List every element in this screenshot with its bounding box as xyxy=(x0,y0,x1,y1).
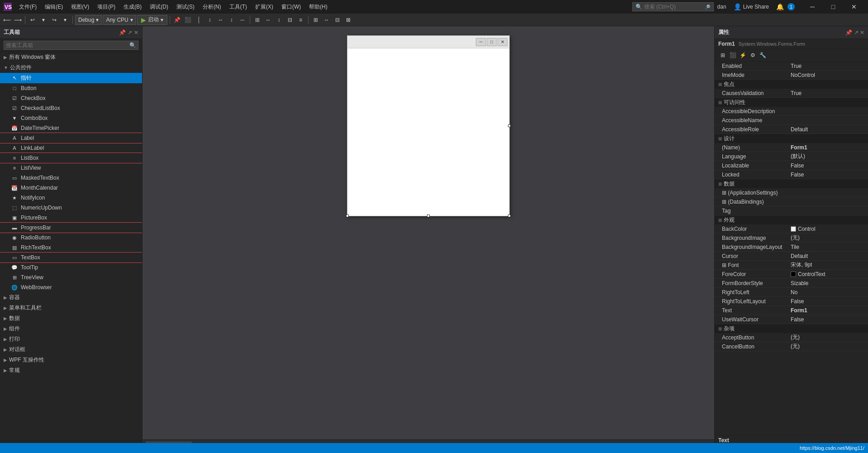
tool11[interactable]: ≡ xyxy=(296,15,306,25)
tool5[interactable]: ↕ xyxy=(227,15,237,25)
redo-btn[interactable]: ↪ xyxy=(49,15,59,25)
toolbox-item-1-14[interactable]: ▣PictureBox xyxy=(0,213,142,223)
menu-item-8[interactable]: 工具(T) xyxy=(226,2,251,12)
tool14[interactable]: ⊟ xyxy=(332,15,342,25)
prop-tool-wrench[interactable]: 🔧 xyxy=(758,51,767,60)
toolbox-item-1-7[interactable]: ALinkLabel xyxy=(0,143,142,153)
toolbox-item-1-0[interactable]: ↖指针 xyxy=(0,73,142,83)
tool8[interactable]: ↔ xyxy=(263,15,273,25)
prop-row-27[interactable]: TextForm1 xyxy=(715,306,868,315)
tool3[interactable]: ↕ xyxy=(205,15,215,25)
tool4[interactable]: ↔ xyxy=(216,15,226,25)
toolbox-item-1-21[interactable]: 🌐WebBrowser xyxy=(0,282,142,292)
tool15[interactable]: ⊠ xyxy=(343,15,353,25)
prop-tool-settings[interactable]: ⚙ xyxy=(748,51,757,60)
prop-row-5[interactable]: AccessibleDescription xyxy=(715,107,868,116)
prop-row-28[interactable]: UseWaitCursorFalse xyxy=(715,315,868,324)
forward-btn[interactable]: ⟶ xyxy=(13,15,23,25)
toolbox-item-1-16[interactable]: ◉RadioButton xyxy=(0,233,142,243)
prop-row-20[interactable]: BackgroundImageLayoutTile xyxy=(715,243,868,252)
toolbox-item-1-13[interactable]: ⬚NumericUpDown xyxy=(0,203,142,213)
toolbox-section-header-0[interactable]: ▶所有 Windows 窗体 xyxy=(0,52,142,62)
pin-btn[interactable]: 📌 xyxy=(172,15,182,25)
toolbox-item-1-3[interactable]: ☑CheckedListBox xyxy=(0,103,142,113)
toolbox-section-header-3[interactable]: ▶菜单和工具栏 xyxy=(0,303,142,313)
prop-row-25[interactable]: RightToLeftNo xyxy=(715,288,868,297)
toolbox-section-header-2[interactable]: ▶容器 xyxy=(0,292,142,303)
tool9[interactable]: ↕ xyxy=(274,15,284,25)
prop-row-18[interactable]: BackColorControl xyxy=(715,224,868,234)
prop-row-3[interactable]: CausesValidationTrue xyxy=(715,89,868,98)
toolbox-search-input[interactable] xyxy=(6,42,129,48)
toolbox-section-header-6[interactable]: ▶打印 xyxy=(0,334,142,344)
toolbox-item-1-1[interactable]: □Button xyxy=(0,83,142,93)
prop-row-23[interactable]: ForeColorControlText xyxy=(715,270,868,279)
prop-section-13[interactable]: ⊞数据 xyxy=(715,179,868,188)
menu-item-9[interactable]: 扩展(X) xyxy=(251,2,277,12)
toolbox-float-icon[interactable]: ↗ xyxy=(128,29,132,36)
toolbox-item-1-8[interactable]: ≡ListBox xyxy=(0,153,142,163)
prop-section-4[interactable]: ⊞可访问性 xyxy=(715,98,868,107)
toolbox-item-1-20[interactable]: ⊞TreeView xyxy=(0,272,142,282)
form-close-btn[interactable]: ✕ xyxy=(498,38,508,46)
toolbox-section-header-8[interactable]: ▶WPF 互操作性 xyxy=(0,355,142,365)
toolbox-item-1-15[interactable]: ▬ProgressBar xyxy=(0,223,142,233)
tool12[interactable]: ⊞ xyxy=(311,15,321,25)
close-button[interactable]: ✕ xyxy=(844,0,864,14)
prop-row-21[interactable]: CursorDefault xyxy=(715,252,868,261)
tool6[interactable]: ─ xyxy=(237,15,247,25)
designer-canvas[interactable]: ─ □ ✕ xyxy=(142,26,714,439)
resize-handle-right-middle[interactable] xyxy=(508,124,511,127)
prop-row-12[interactable]: LockedFalse xyxy=(715,170,868,179)
menu-item-0[interactable]: 文件(F) xyxy=(15,2,40,12)
toolbox-section-header-4[interactable]: ▶数据 xyxy=(0,313,142,324)
prop-tool-event[interactable]: ⚡ xyxy=(738,51,747,60)
redo-dropdown[interactable]: ▾ xyxy=(60,15,70,25)
prop-row-19[interactable]: BackgroundImage(无) xyxy=(715,234,868,243)
toolbox-section-header-7[interactable]: ▶对话框 xyxy=(0,344,142,355)
properties-pin-icon[interactable]: 📌 xyxy=(845,29,852,36)
minimize-button[interactable]: ─ xyxy=(802,0,823,14)
prop-tool-grid[interactable]: ⊞ xyxy=(718,51,727,60)
prop-section-29[interactable]: ⊞杂项 xyxy=(715,324,868,333)
menu-item-7[interactable]: 分析(N) xyxy=(199,2,225,12)
resize-handle-bottom-left[interactable] xyxy=(346,215,349,217)
properties-float-icon[interactable]: ↗ xyxy=(854,29,859,36)
properties-close-icon[interactable]: ✕ xyxy=(860,29,864,36)
menu-item-5[interactable]: 调试(D) xyxy=(146,2,172,12)
toolbox-item-1-4[interactable]: ▼ComboBox xyxy=(0,113,142,123)
form-maximize-btn[interactable]: □ xyxy=(487,38,497,46)
resize-handle-bottom-right[interactable] xyxy=(508,215,511,217)
prop-section-8[interactable]: ⊞设计 xyxy=(715,134,868,143)
tool7[interactable]: ⊞ xyxy=(252,15,262,25)
start-button[interactable]: ▶ 启动 ▾ xyxy=(137,15,167,25)
toolbox-pin-icon[interactable]: 📌 xyxy=(119,29,126,36)
toolbox-section-header-1[interactable]: ▼公共控件 xyxy=(0,62,142,73)
prop-row-1[interactable]: ImeModeNoControl xyxy=(715,71,868,80)
toolbox-section-header-5[interactable]: ▶组件 xyxy=(0,324,142,334)
live-share-button[interactable]: 👤 Live Share xyxy=(730,2,773,11)
toolbox-item-1-9[interactable]: ≡ListView xyxy=(0,163,142,173)
menu-item-11[interactable]: 帮助(H) xyxy=(305,2,331,12)
prop-row-6[interactable]: AccessibleName xyxy=(715,116,868,125)
toolbox-section-header-9[interactable]: ▶常规 xyxy=(0,365,142,376)
prop-row-31[interactable]: CancelButton(无) xyxy=(715,342,868,351)
toolbox-item-1-6[interactable]: ALabel xyxy=(0,133,142,143)
menu-item-3[interactable]: 项目(P) xyxy=(94,2,119,12)
title-search-box[interactable]: 🔍 🔎 xyxy=(632,2,714,11)
toolbox-item-1-18[interactable]: ▭TextBox xyxy=(0,253,142,262)
toolbox-item-1-17[interactable]: ▤RichTextBox xyxy=(0,243,142,253)
prop-row-30[interactable]: AcceptButton(无) xyxy=(715,333,868,342)
form-window[interactable]: ─ □ ✕ xyxy=(347,35,510,216)
menu-item-10[interactable]: 窗口(W) xyxy=(278,2,304,12)
toolbox-item-1-10[interactable]: ▭MaskedTextBox xyxy=(0,173,142,183)
menu-item-1[interactable]: 编辑(E) xyxy=(41,2,66,12)
prop-row-7[interactable]: AccessibleRoleDefault xyxy=(715,125,868,134)
prop-row-22[interactable]: ⊞ Font宋体, 9pt xyxy=(715,261,868,270)
prop-row-15[interactable]: ⊞ (DataBindings) xyxy=(715,197,868,206)
prop-section-2[interactable]: ⊞焦点 xyxy=(715,80,868,89)
toolbox-close-icon[interactable]: ✕ xyxy=(134,29,138,36)
back-btn[interactable]: ⟵ xyxy=(2,15,12,25)
toolbox-item-1-5[interactable]: 📅DateTimePicker xyxy=(0,123,142,133)
tool1[interactable]: ⬛ xyxy=(183,15,193,25)
